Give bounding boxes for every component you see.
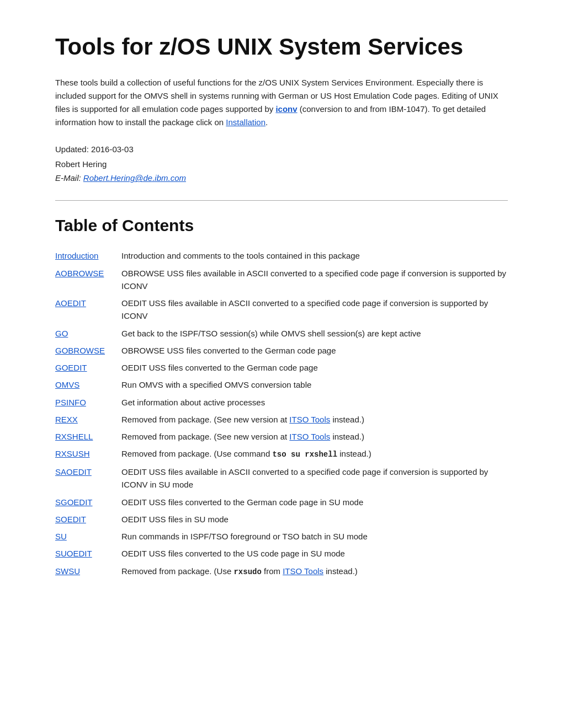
email-label: E-Mail: [55, 173, 83, 183]
toc-row: RXSUSHRemoved from package. (Use command… [55, 445, 508, 463]
toc-item-link-psinfo[interactable]: PSINFO [55, 398, 86, 407]
toc-link-cell: GOBROWSE [55, 342, 121, 359]
toc-desc-cell: Removed from package. (Use rxsudo from I… [121, 563, 508, 581]
page-title: Tools for z/OS UNIX System Services [55, 33, 508, 61]
toc-item-link-su[interactable]: SU [55, 532, 67, 541]
toc-desc-code: rxsudo [233, 568, 261, 576]
toc-row: SUOEDITOEDIT USS files converted to the … [55, 545, 508, 562]
toc-desc-link[interactable]: ITSO Tools [289, 432, 330, 441]
toc-desc-cell: OEDIT USS files converted to the US code… [121, 545, 508, 562]
toc-desc-cell: OEDIT USS files converted to the German … [121, 359, 508, 376]
toc-desc-cell: OEDIT USS files available in ASCII conve… [121, 295, 508, 325]
toc-row: PSINFOGet information about active proce… [55, 394, 508, 411]
toc-item-link-omvs[interactable]: OMVS [55, 380, 79, 389]
toc-row: OMVSRun OMVS with a specified OMVS conve… [55, 376, 508, 393]
toc-desc-cell: Removed from package. (See new version a… [121, 411, 508, 428]
toc-row: REXXRemoved from package. (See new versi… [55, 411, 508, 428]
toc-row: AOBROWSEOBROWSE USS files available in A… [55, 265, 508, 295]
toc-desc-cell: Get back to the ISPF/TSO session(s) whil… [121, 325, 508, 342]
toc-row: GOBROWSEOBROWSE USS files converted to t… [55, 342, 508, 359]
toc-row: SURun commands in ISPF/TSO foreground or… [55, 528, 508, 545]
intro-paragraph: These tools build a collection of useful… [55, 76, 508, 129]
toc-desc-link[interactable]: ITSO Tools [283, 566, 323, 576]
toc-item-link-sgoedit[interactable]: SGOEDIT [55, 497, 93, 507]
toc-desc-cell: Get information about active processes [121, 394, 508, 411]
divider [55, 200, 508, 201]
toc-desc-cell: OEDIT USS files available in ASCII conve… [121, 463, 508, 494]
toc-desc-cell: Introduction and comments to the tools c… [121, 247, 508, 264]
toc-item-link-saoedit[interactable]: SAOEDIT [55, 467, 92, 477]
toc-desc-cell: Run OMVS with a specified OMVS conversio… [121, 376, 508, 393]
toc-link-cell: SAOEDIT [55, 463, 121, 494]
toc-row: RXSHELLRemoved from package. (See new ve… [55, 428, 508, 445]
toc-item-link-go[interactable]: GO [55, 329, 68, 338]
toc-item-link-soedit[interactable]: SOEDIT [55, 515, 86, 524]
toc-item-link-rxshell[interactable]: RXSHELL [55, 432, 93, 441]
toc-desc-cell: Removed from package. (Use command tso s… [121, 445, 508, 463]
toc-item-link-introduction[interactable]: Introduction [55, 251, 98, 260]
toc-title: Table of Contents [55, 216, 508, 235]
toc-item-link-rexx[interactable]: REXX [55, 415, 78, 424]
toc-row: IntroductionIntroduction and comments to… [55, 247, 508, 264]
toc-link-cell: REXX [55, 411, 121, 428]
toc-link-cell: SOEDIT [55, 511, 121, 528]
toc-desc-cell: OEDIT USS files in SU mode [121, 511, 508, 528]
toc-link-cell: RXSUSH [55, 445, 121, 463]
toc-item-link-goedit[interactable]: GOEDIT [55, 363, 87, 372]
toc-item-link-rxsush[interactable]: RXSUSH [55, 449, 90, 458]
toc-link-cell: RXSHELL [55, 428, 121, 445]
toc-item-link-gobrowse[interactable]: GOBROWSE [55, 346, 105, 355]
toc-link-cell: OMVS [55, 376, 121, 393]
installation-link[interactable]: Installation [226, 117, 265, 127]
toc-desc-cell: OBROWSE USS files available in ASCII con… [121, 265, 508, 295]
toc-desc-cell: OBROWSE USS files converted to the Germa… [121, 342, 508, 359]
toc-link-cell: PSINFO [55, 394, 121, 411]
intro-period: . [265, 117, 268, 127]
toc-row: SAOEDITOEDIT USS files available in ASCI… [55, 463, 508, 494]
toc-link-cell: SGOEDIT [55, 494, 121, 511]
toc-link-cell: AOEDIT [55, 295, 121, 325]
meta-email: E-Mail: Robert.Hering@de.ibm.com [55, 173, 508, 183]
meta-updated: Updated: 2016-03-03 [55, 144, 508, 154]
meta-section: Updated: 2016-03-03 Robert Hering E-Mail… [55, 144, 508, 183]
toc-item-link-aobrowse[interactable]: AOBROWSE [55, 269, 104, 278]
toc-desc-cell: Removed from package. (See new version a… [121, 428, 508, 445]
toc-link-cell: GOEDIT [55, 359, 121, 376]
toc-desc-code: tso su rxshell [272, 450, 337, 459]
toc-link-cell: Introduction [55, 247, 121, 264]
toc-desc-link[interactable]: ITSO Tools [289, 415, 330, 424]
toc-item-link-suoedit[interactable]: SUOEDIT [55, 549, 92, 558]
toc-row: SGOEDITOEDIT USS files converted to the … [55, 494, 508, 511]
toc-row: SOEDITOEDIT USS files in SU mode [55, 511, 508, 528]
toc-desc-cell: OEDIT USS files converted to the German … [121, 494, 508, 511]
toc-table: IntroductionIntroduction and comments to… [55, 247, 508, 580]
toc-row: SWSURemoved from package. (Use rxsudo fr… [55, 563, 508, 581]
toc-row: GOGet back to the ISPF/TSO session(s) wh… [55, 325, 508, 342]
toc-link-cell: GO [55, 325, 121, 342]
toc-desc-cell: Run commands in ISPF/TSO foreground or T… [121, 528, 508, 545]
email-link[interactable]: Robert.Hering@de.ibm.com [83, 173, 186, 183]
iconv-link[interactable]: iconv [275, 104, 297, 114]
toc-row: AOEDITOEDIT USS files available in ASCII… [55, 295, 508, 325]
toc-item-link-swsu[interactable]: SWSU [55, 566, 80, 576]
toc-link-cell: AOBROWSE [55, 265, 121, 295]
meta-author: Robert Hering [55, 159, 508, 169]
toc-item-link-aoedit[interactable]: AOEDIT [55, 298, 86, 308]
toc-link-cell: SWSU [55, 563, 121, 581]
toc-row: GOEDITOEDIT USS files converted to the G… [55, 359, 508, 376]
toc-link-cell: SUOEDIT [55, 545, 121, 562]
toc-link-cell: SU [55, 528, 121, 545]
